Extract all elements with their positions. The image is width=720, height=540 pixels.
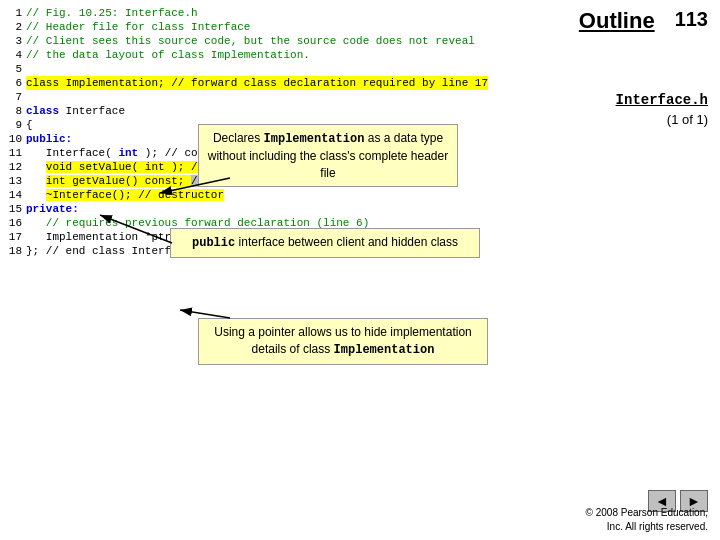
code-line-1: 1 // Fig. 10.25: Interface.h: [4, 6, 580, 20]
svg-line-3: [180, 310, 230, 318]
tooltip-pointer: Using a pointer allows us to hide implem…: [198, 318, 488, 365]
code-line-6: 6 class Implementation; // forward class…: [4, 76, 580, 90]
code-line-14: 14 ~Interface(); // destructor: [4, 188, 580, 202]
tooltip-public-interface: public interface between client and hidd…: [170, 228, 480, 258]
code-line-3: 3 // Client sees this source code, but t…: [4, 34, 580, 48]
code-line-15: 15 private:: [4, 202, 580, 216]
of-label: (1 of 1): [667, 112, 708, 127]
code-line-7: 7: [4, 90, 580, 104]
outline-title[interactable]: Outline: [579, 8, 655, 34]
tooltip-declares: Declares Implementation as a data typewi…: [198, 124, 458, 187]
code-line-4: 4 // the data layout of class Implementa…: [4, 48, 580, 62]
interface-h-label: Interface.h: [616, 92, 708, 108]
copyright: © 2008 Pearson Education, Inc. All right…: [586, 506, 708, 534]
code-line-8: 8 class Interface: [4, 104, 580, 118]
page-number: 113: [675, 8, 708, 31]
code-line-2: 2 // Header file for class Interface: [4, 20, 580, 34]
code-line-5: 5: [4, 62, 580, 76]
